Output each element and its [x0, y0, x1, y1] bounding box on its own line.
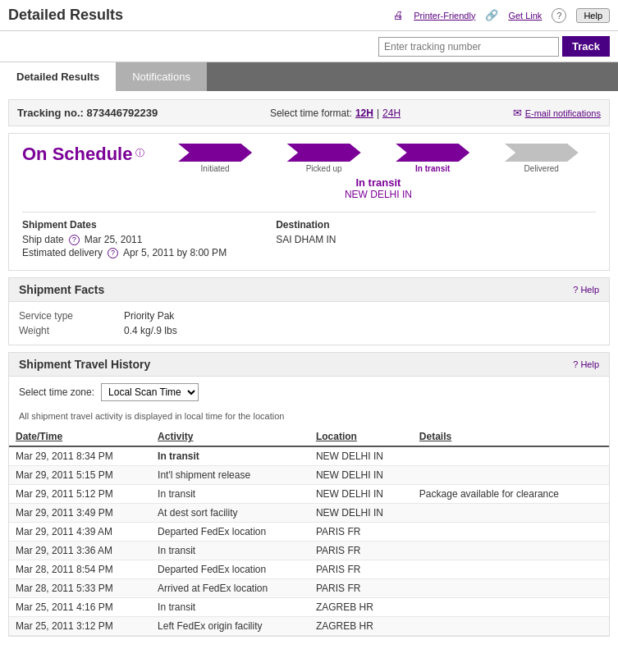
history-location: PARIS FR	[309, 542, 413, 560]
history-details	[413, 466, 609, 485]
history-details: Package available for clearance	[413, 485, 609, 504]
on-schedule-icon: ⓘ	[135, 148, 144, 158]
history-table-row: Mar 29, 2011 5:15 PMInt'l shipment relea…	[9, 466, 609, 485]
track-button[interactable]: Track	[562, 36, 610, 57]
time-format-12h[interactable]: 12H	[355, 107, 373, 119]
history-location: PARIS FR	[309, 560, 413, 579]
history-details	[413, 617, 609, 636]
tab-notifications[interactable]: Notifications	[116, 62, 207, 91]
history-location: NEW DELHI IN	[309, 446, 413, 466]
current-location: NEW DELHI IN	[345, 189, 412, 200]
top-bar-right: 🖨 Printer-Friendly 🔗 Get Link ? Help	[393, 8, 610, 23]
history-table-row: Mar 29, 2011 5:12 PMIn transitNEW DELHI …	[9, 485, 609, 504]
history-col-header: Location	[309, 427, 413, 446]
get-link-link[interactable]: Get Link	[508, 11, 542, 21]
history-activity: In transit	[151, 485, 309, 504]
travel-notice: All shipment travel activity is displaye…	[9, 408, 609, 427]
dates-right: Destination SAI DHAM IN	[276, 219, 336, 260]
history-location: ZAGREB HR	[309, 598, 413, 617]
ship-date-info-icon[interactable]: ?	[69, 235, 80, 245]
history-table-body: Mar 29, 2011 8:34 PMIn transitNEW DELHI …	[9, 446, 609, 636]
history-col-header: Date/Time	[9, 427, 151, 446]
history-col-header: Details	[413, 427, 609, 446]
shipment-facts-header: Shipment Facts ? Help	[9, 278, 609, 302]
history-datetime: Mar 29, 2011 3:36 AM	[9, 542, 151, 560]
history-datetime: Mar 29, 2011 8:34 PM	[9, 446, 151, 466]
status-section: On Schedule ⓘ Initiated Picked up	[8, 133, 610, 271]
step-in-transit: In transit	[378, 144, 488, 173]
step-picked-up: Picked up	[269, 144, 378, 173]
history-datetime: Mar 28, 2011 8:54 PM	[9, 560, 151, 579]
history-activity: In transit	[151, 542, 309, 560]
shipment-facts-title: Shipment Facts	[19, 283, 104, 296]
top-bar: Detailed Results 🖨 Printer-Friendly 🔗 Ge…	[0, 0, 618, 31]
printer-icon: 🖨	[393, 9, 404, 21]
link-icon: 🔗	[485, 9, 498, 21]
step-picked-up-label: Picked up	[306, 164, 342, 173]
history-location: PARIS FR	[309, 579, 413, 598]
timezone-row: Select time zone: Local Scan Time	[9, 377, 609, 408]
email-icon: ✉	[513, 107, 522, 119]
travel-history-help[interactable]: ? Help	[573, 359, 599, 369]
fact-label: Service type	[19, 310, 117, 322]
shipment-facts-section: Shipment Facts ? Help Service typePriori…	[8, 277, 610, 345]
history-location: NEW DELHI IN	[309, 504, 413, 523]
history-table-row: Mar 25, 2011 3:12 PMLeft FedEx origin fa…	[9, 617, 609, 636]
status-label-group: On Schedule ⓘ	[22, 144, 144, 165]
history-table-row: Mar 28, 2011 8:54 PMDeparted FedEx locat…	[9, 560, 609, 579]
history-datetime: Mar 29, 2011 5:15 PM	[9, 466, 151, 485]
tracking-input[interactable]	[378, 37, 559, 57]
fact-value: 0.4 kg/.9 lbs	[124, 325, 599, 336]
step-in-transit-arrow	[396, 144, 469, 162]
destination-row: SAI DHAM IN	[276, 234, 336, 245]
history-activity: In transit	[151, 598, 309, 617]
destination-value: SAI DHAM IN	[276, 234, 336, 245]
history-table-row: Mar 29, 2011 3:36 AMIn transitPARIS FR	[9, 542, 609, 560]
time-format-24h[interactable]: 24H	[382, 107, 401, 119]
history-col-header: Activity	[151, 427, 309, 446]
history-location: NEW DELHI IN	[309, 485, 413, 504]
email-notif-group: ✉ E-mail notifications	[513, 107, 601, 119]
status-header: On Schedule ⓘ Initiated Picked up	[22, 144, 596, 200]
history-location: PARIS FR	[309, 523, 413, 542]
timezone-select[interactable]: Local Scan Time	[101, 383, 199, 401]
facts-grid: Service typePriority PakWeight0.4 kg/.9 …	[19, 310, 599, 336]
history-activity: Departed FedEx location	[151, 523, 309, 542]
tracking-row: Track	[0, 31, 618, 62]
history-activity: Left FedEx origin facility	[151, 617, 309, 636]
history-activity: In transit	[151, 446, 309, 466]
history-details	[413, 598, 609, 617]
est-delivery-value: Apr 5, 2011 by 8:00 PM	[123, 247, 227, 258]
history-details	[413, 579, 609, 598]
main-content: Tracking no.: 873446792239 Select time f…	[0, 91, 618, 651]
step-delivered-label: Delivered	[524, 164, 559, 173]
email-notifications-link[interactable]: E-mail notifications	[525, 108, 601, 118]
ship-date-value: Mar 25, 2011	[85, 234, 143, 245]
shipment-facts-body: Service typePriority PakWeight0.4 kg/.9 …	[9, 302, 609, 345]
history-table-header-row: Date/TimeActivityLocationDetails	[9, 427, 609, 446]
ship-date-row: Ship date ? Mar 25, 2011	[22, 234, 227, 245]
tab-detailed-results[interactable]: Detailed Results	[0, 62, 116, 91]
progress-container: Initiated Picked up In transit	[161, 144, 596, 200]
tab-bar: Detailed Results Notifications	[0, 62, 618, 91]
dates-section: Shipment Dates Ship date ? Mar 25, 2011 …	[22, 212, 596, 260]
est-delivery-info-icon[interactable]: ?	[108, 248, 118, 258]
step-initiated-label: Initiated	[201, 164, 230, 173]
history-location: NEW DELHI IN	[309, 466, 413, 485]
timezone-label: Select time zone:	[19, 386, 94, 398]
est-delivery-row: Estimated delivery ? Apr 5, 2011 by 8:00…	[22, 247, 227, 258]
history-activity: Arrived at FedEx location	[151, 579, 309, 598]
history-details	[413, 504, 609, 523]
history-table-row: Mar 25, 2011 4:16 PMIn transitZAGREB HR	[9, 598, 609, 617]
est-delivery-label: Estimated delivery	[22, 247, 103, 258]
history-datetime: Mar 29, 2011 3:49 PM	[9, 504, 151, 523]
help-button[interactable]: Help	[576, 8, 610, 23]
shipment-facts-help[interactable]: ? Help	[573, 285, 599, 295]
current-status: In transit	[345, 176, 412, 189]
history-datetime: Mar 25, 2011 3:12 PM	[9, 617, 151, 636]
travel-history-section: Shipment Travel History ? Help Select ti…	[8, 352, 610, 637]
travel-history-header: Shipment Travel History ? Help	[9, 353, 609, 377]
history-details	[413, 446, 609, 466]
printer-friendly-link[interactable]: Printer-Friendly	[414, 11, 475, 21]
history-datetime: Mar 29, 2011 5:12 PM	[9, 485, 151, 504]
